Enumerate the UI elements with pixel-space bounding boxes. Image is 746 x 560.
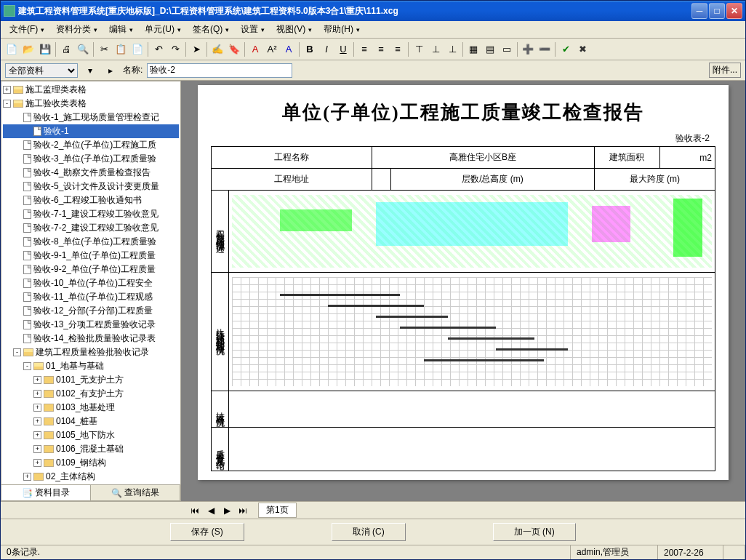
sign-icon[interactable]: ✍: [209, 41, 225, 57]
cell-area-value[interactable]: m2: [659, 147, 715, 169]
italic-icon[interactable]: I: [318, 41, 334, 57]
paste-icon[interactable]: 📄: [129, 41, 145, 57]
section1-content[interactable]: [229, 191, 715, 273]
delete-row-icon[interactable]: ➖: [537, 41, 553, 57]
tree-node[interactable]: +02_主体结构: [3, 470, 179, 484]
border-icon[interactable]: ▦: [465, 41, 481, 57]
tree-node[interactable]: -01_地基与基础: [3, 359, 179, 373]
section2-content[interactable]: [229, 273, 715, 391]
tree-view[interactable]: +施工监理类表格-施工验收类表格验收-1_施工现场质量管理检查记验收-1验收-2…: [1, 81, 180, 484]
tree-node[interactable]: -施工验收类表格: [3, 97, 179, 111]
underline-icon[interactable]: U: [335, 41, 351, 57]
section3-content[interactable]: [229, 391, 715, 428]
tree-node[interactable]: 验收-1_施工现场质量管理检查记: [3, 111, 179, 124]
tree-node[interactable]: +0102_有支护土方: [3, 387, 179, 401]
section4-content[interactable]: [229, 428, 715, 471]
name-input[interactable]: [147, 63, 292, 78]
tree-node[interactable]: +0104_桩基: [3, 415, 179, 428]
tree-node[interactable]: 验收-2_单位(子单位)工程施工质: [3, 138, 179, 152]
menu-3[interactable]: 单元(U): [139, 22, 187, 37]
tree-node[interactable]: +0105_地下防水: [3, 428, 179, 442]
attachment-button[interactable]: 附件...: [709, 63, 741, 78]
tree-toggle-icon[interactable]: -: [13, 348, 21, 356]
tree-toggle-icon[interactable]: -: [3, 100, 11, 108]
open-icon[interactable]: 📂: [20, 41, 36, 57]
close-button[interactable]: ✕: [726, 3, 742, 19]
print-icon[interactable]: 🖨: [58, 41, 74, 57]
tree-node[interactable]: 验收-12_分部(子分部)工程质量: [3, 304, 179, 318]
tree-node[interactable]: 验收-1: [3, 124, 179, 138]
copy-icon[interactable]: 📋: [113, 41, 129, 57]
undo-icon[interactable]: ↶: [151, 41, 167, 57]
tree-toggle-icon[interactable]: +: [33, 459, 41, 467]
cross-icon[interactable]: ✖: [574, 41, 590, 57]
tree-toggle-icon[interactable]: +: [33, 445, 41, 453]
tree-node[interactable]: 验收-5_设计文件及设计变更质量: [3, 180, 179, 193]
valign-mid-icon[interactable]: ⊥: [428, 41, 444, 57]
cell-project-name-value[interactable]: 高雅住宅小区B座: [372, 147, 594, 169]
tree-toggle-icon[interactable]: -: [23, 362, 31, 370]
cell-address-value[interactable]: [372, 169, 391, 191]
check-icon[interactable]: ✔: [558, 41, 574, 57]
menu-4[interactable]: 签名(Q): [187, 22, 235, 37]
save-icon[interactable]: 💾: [37, 41, 53, 57]
tree-node[interactable]: 验收-9-2_单位(子单位)工程质量: [3, 263, 179, 276]
filter-go-icon[interactable]: ▸: [103, 63, 119, 79]
tree-toggle-icon[interactable]: +: [33, 376, 41, 384]
new-icon[interactable]: 📄: [4, 41, 20, 57]
tree-node[interactable]: 验收-7-2_建设工程竣工验收意见: [3, 221, 179, 235]
tree-node[interactable]: +0101_无支护土方: [3, 373, 179, 387]
tree-node[interactable]: 验收-4_勘察文件质量检查报告: [3, 166, 179, 180]
tree-node[interactable]: +0106_混凝土基础: [3, 442, 179, 456]
menu-1[interactable]: 资料分类: [50, 22, 103, 37]
menu-6[interactable]: 视图(V): [270, 22, 318, 37]
add-page-button[interactable]: 加一页 (N): [493, 523, 576, 541]
font-size-icon[interactable]: A²: [264, 41, 280, 57]
tree-node[interactable]: 验收-6_工程竣工验收通知书: [3, 193, 179, 207]
tree-toggle-icon[interactable]: +: [33, 390, 41, 398]
insert-row-icon[interactable]: ➕: [520, 41, 536, 57]
nav-prev-icon[interactable]: ◀: [204, 504, 217, 517]
redo-icon[interactable]: ↷: [167, 41, 183, 57]
bold-icon[interactable]: B: [302, 41, 318, 57]
tree-toggle-icon[interactable]: +: [23, 473, 31, 481]
align-right-icon[interactable]: ≡: [390, 41, 406, 57]
tab-search-results[interactable]: 🔍 查询结果: [91, 485, 180, 500]
align-center-icon[interactable]: ≡: [373, 41, 389, 57]
valign-top-icon[interactable]: ⊤: [411, 41, 427, 57]
minimize-button[interactable]: ─: [691, 3, 707, 19]
tree-toggle-icon[interactable]: +: [33, 417, 41, 425]
tree-toggle-icon[interactable]: +: [3, 86, 11, 94]
tree-node[interactable]: +0103_地基处理: [3, 401, 179, 415]
category-select[interactable]: 全部资料: [5, 63, 78, 78]
tree-node[interactable]: -建筑工程质量检验批验收记录: [3, 345, 179, 359]
document-viewport[interactable]: 单位(子单位)工程施工质量竣工检查报告 验收表-2 工程名称 高雅住宅小区B座 …: [181, 81, 745, 501]
menu-7[interactable]: 帮助(H): [318, 22, 366, 37]
tree-node[interactable]: 验收-11_单位(子单位)工程观感: [3, 290, 179, 304]
menu-5[interactable]: 设置: [235, 22, 270, 37]
font-icon[interactable]: A: [247, 41, 263, 57]
tree-node[interactable]: 验收-10_单位(子单位)工程安全: [3, 276, 179, 290]
tree-toggle-icon[interactable]: +: [33, 431, 41, 439]
align-left-icon[interactable]: ≡: [356, 41, 372, 57]
tree-node[interactable]: 验收-13_分项工程质量验收记录: [3, 318, 179, 332]
arrow-icon[interactable]: ➤: [188, 41, 204, 57]
grid-icon[interactable]: ▤: [482, 41, 498, 57]
cancel-button[interactable]: 取消 (C): [332, 523, 406, 541]
font-color-icon[interactable]: A: [281, 41, 297, 57]
tree-node[interactable]: 验收-14_检验批质量验收记录表: [3, 332, 179, 345]
nav-first-icon[interactable]: ⏮: [188, 504, 201, 517]
menu-2[interactable]: 编辑: [103, 22, 139, 37]
nav-next-icon[interactable]: ▶: [220, 504, 233, 517]
tree-toggle-icon[interactable]: +: [33, 404, 41, 412]
tree-node[interactable]: 验收-8_单位(子单位)工程质量验: [3, 235, 179, 249]
tree-node[interactable]: 验收-7-1_建设工程竣工验收意见: [3, 207, 179, 221]
maximize-button[interactable]: □: [709, 3, 725, 19]
tree-node[interactable]: +0109_钢结构: [3, 456, 179, 470]
valign-bot-icon[interactable]: ⊥: [444, 41, 460, 57]
tree-node[interactable]: +施工监理类表格: [3, 83, 179, 97]
cut-icon[interactable]: ✂: [96, 41, 112, 57]
menu-0[interactable]: 文件(F): [4, 22, 50, 37]
merge-icon[interactable]: ▭: [499, 41, 515, 57]
tab-catalog[interactable]: 📑 资料目录: [1, 485, 91, 500]
